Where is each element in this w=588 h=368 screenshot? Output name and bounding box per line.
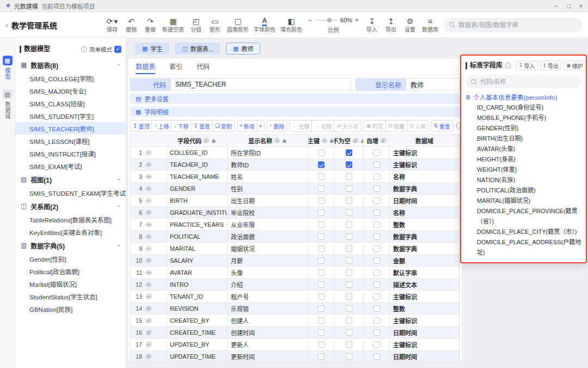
eye-icon[interactable]	[321, 137, 328, 144]
checkbox[interactable]	[318, 353, 324, 360]
field-code-cell[interactable]: GENDER	[167, 183, 228, 194]
field-library-item[interactable]: ID_CARD_NO(身份证号)	[477, 102, 581, 113]
doc-tab[interactable]: ◫数据表...	[175, 43, 220, 55]
data-domain-cell[interactable]: 主键标识	[390, 291, 460, 302]
checkbox[interactable]	[346, 245, 352, 252]
checkbox[interactable]	[373, 269, 380, 276]
minimize-icon[interactable]: −	[554, 3, 558, 9]
checkbox[interactable]	[346, 353, 352, 360]
checkbox[interactable]	[373, 305, 380, 312]
checkbox[interactable]	[346, 329, 352, 336]
eye-icon[interactable]	[203, 137, 210, 144]
zoom-slider[interactable]	[315, 20, 338, 21]
eye-icon[interactable]	[145, 149, 152, 156]
checkbox[interactable]	[373, 221, 380, 228]
checkbox[interactable]	[318, 173, 324, 180]
tree-item[interactable]: Marital[婚姻状况]	[15, 277, 126, 290]
toolbar-button-redo[interactable]: ↷重做	[142, 16, 159, 34]
toolbar-button-settings[interactable]: ⚙设置	[401, 16, 419, 34]
tree-item[interactable]: Gender[性别]	[15, 252, 126, 265]
eye-icon[interactable]	[145, 281, 152, 288]
tree-item[interactable]: SIMS_LESSON[课程]	[15, 135, 126, 147]
tree-item[interactable]: SIMS_EXAM[考试]	[15, 160, 126, 172]
checkbox[interactable]	[318, 185, 324, 192]
data-domain-cell[interactable]: 主键标识	[390, 147, 460, 158]
data-domain-cell[interactable]: 主键标识	[390, 339, 460, 350]
display-name-cell[interactable]: 乐观锁	[228, 303, 308, 314]
data-domain-cell[interactable]: 日期时间	[390, 351, 460, 361]
eye-off-icon[interactable]	[352, 137, 359, 144]
checkbox[interactable]	[318, 161, 324, 168]
display-name-cell[interactable]: 所在学院ID	[228, 147, 308, 158]
field-code-cell[interactable]: CREATED_BY	[167, 315, 228, 326]
tree-item[interactable]: TableRelations[数据表关系图]	[15, 213, 126, 226]
toolbar-button-fill-color[interactable]: ◧填充颜色	[279, 16, 304, 34]
checkbox[interactable]	[318, 305, 324, 312]
field-library-item[interactable]: AVATAR(头像)	[477, 144, 581, 154]
data-domain-cell[interactable]: 金额	[390, 255, 460, 266]
tree-item[interactable]: StudentStatus[学生状态]	[15, 290, 126, 303]
global-search-input[interactable]	[458, 22, 577, 28]
field-library-search[interactable]	[465, 75, 581, 88]
display-name-cell[interactable]: 租户号	[228, 291, 308, 302]
checkbox[interactable]	[373, 257, 380, 264]
eye-icon[interactable]	[145, 257, 152, 264]
field-library-button-maintain[interactable]: ▣维护	[564, 61, 586, 70]
checkbox[interactable]	[346, 197, 352, 204]
editor-tab[interactable]: 代码	[197, 58, 210, 74]
checkbox[interactable]	[318, 197, 324, 204]
field-code-cell[interactable]: TENANT_ID	[167, 291, 228, 302]
checkbox[interactable]	[318, 233, 324, 240]
data-domain-cell[interactable]: 主键标识	[390, 315, 460, 326]
tree-item[interactable]: SIMS_MAJOR[专业]	[15, 85, 126, 97]
checkbox[interactable]	[346, 149, 352, 156]
display-name-cell[interactable]: 婚姻状况	[228, 243, 308, 254]
eye-icon[interactable]	[145, 209, 152, 216]
toolbar-button-new-table[interactable]: ▦新建空表	[161, 16, 186, 34]
field-library-item[interactable]: GENDER(性别)	[477, 123, 581, 134]
checkbox[interactable]	[318, 317, 324, 324]
display-name-cell[interactable]: 性别	[228, 183, 308, 194]
back-navigation[interactable]: ‹ 教学管理系统	[5, 20, 87, 31]
field-code-cell[interactable]: REVISION	[167, 303, 228, 314]
data-domain-cell[interactable]: 描述文本	[390, 279, 460, 290]
field-code-cell[interactable]: BIRTH	[167, 195, 228, 206]
tree-group[interactable]: ▥数据字典(5)›	[15, 238, 126, 252]
checkbox[interactable]	[346, 173, 352, 180]
toolbar-button-save[interactable]: ⟳▾保存	[103, 16, 121, 34]
field-code-cell[interactable]: TEACHER_NAME	[167, 171, 228, 182]
field-code-cell[interactable]: GRADUATE_INSTITUTION	[167, 207, 228, 218]
tree-item[interactable]: SIMS_CLASS[班级]	[15, 97, 126, 110]
more-settings-link[interactable]: ▤ 更多设置	[130, 93, 460, 104]
checkbox[interactable]	[318, 329, 324, 336]
field-library-button-export[interactable]: ↥导出	[540, 61, 562, 70]
checkbox[interactable]	[346, 281, 352, 288]
checkbox[interactable]	[346, 305, 352, 312]
checkbox[interactable]	[373, 209, 380, 216]
grid-info-icon[interactable]: i	[456, 122, 460, 130]
checkbox[interactable]	[346, 293, 352, 300]
checkbox[interactable]	[318, 257, 324, 264]
toolbar-button-import[interactable]: ↧导入	[363, 16, 381, 34]
eye-off-icon[interactable]	[145, 305, 152, 312]
tree-item[interactable]: SIMS_INSTRUCT[授课]	[15, 147, 126, 160]
checkbox[interactable]	[346, 185, 352, 192]
checkbox[interactable]	[373, 173, 380, 180]
tree-item[interactable]: SMIS_STUDENT_EXAM[学生考试]	[15, 186, 126, 199]
simple-mode-toggle[interactable]: i 简单模式 ✓	[81, 45, 121, 53]
display-name-input[interactable]	[406, 78, 460, 91]
checkbox[interactable]	[346, 209, 352, 216]
data-domain-cell[interactable]: 数据字典	[390, 231, 460, 242]
checkbox[interactable]	[346, 341, 352, 348]
zoom-slider-knob[interactable]	[327, 18, 332, 22]
display-name-cell[interactable]: 月薪	[228, 255, 308, 266]
field-library-item[interactable]: BIRTH(出生日期)	[477, 134, 581, 144]
data-domain-cell[interactable]: 数据字典	[390, 243, 460, 254]
data-domain-cell[interactable]: 日期时间	[390, 327, 460, 338]
eye-icon[interactable]	[145, 161, 152, 168]
checkbox[interactable]	[318, 341, 324, 348]
tree-item[interactable]: SIMS_TEACHER[教师]	[15, 122, 126, 135]
display-name-cell[interactable]: 更新时间	[228, 351, 308, 361]
checkbox[interactable]	[373, 329, 380, 336]
display-name-cell[interactable]: 毕业院校	[228, 207, 308, 218]
